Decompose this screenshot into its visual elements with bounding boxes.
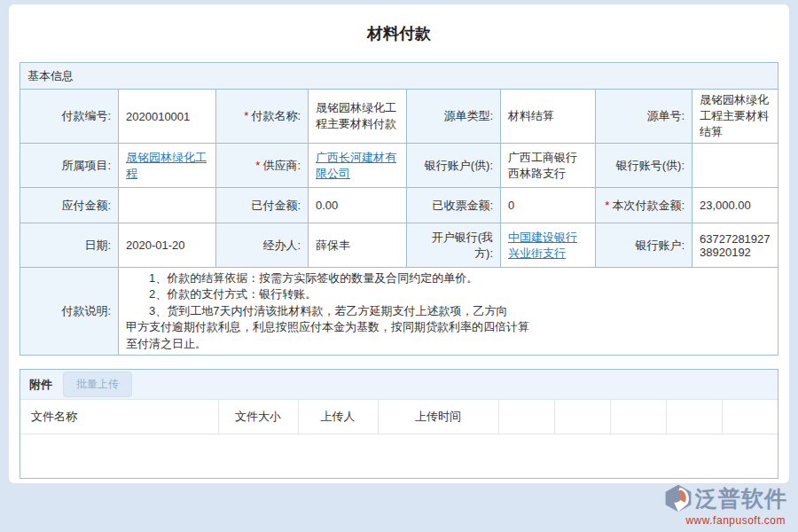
- our-bank-value: 中国建设银行兴业街支行: [501, 223, 596, 268]
- column-header-empty: [498, 400, 554, 434]
- required-marker: *: [255, 159, 260, 172]
- column-header-upload-time: 上传时间: [378, 400, 498, 434]
- column-header-file-name: 文件名称: [20, 400, 218, 434]
- invoiced-amount-label: 已收票金额:: [407, 188, 501, 223]
- table-row: 付款编号: 2020010001 *付款名称: 晟铭园林绿化工程主要材料付款 源…: [20, 90, 778, 144]
- source-doc-type-value: 材料结算: [501, 90, 596, 144]
- column-header-file-size: 文件大小: [218, 400, 298, 434]
- page-title: 材料付款: [9, 4, 789, 62]
- section-header-basic-info: 基本信息: [20, 63, 778, 90]
- paid-amount-label: 已付金额:: [216, 188, 309, 223]
- source-doc-no-value: 晟铭园林绿化工程主要材料结算: [692, 90, 778, 144]
- brand-website: www.fanpusoft.com: [685, 514, 786, 527]
- handler-label: 经办人:: [216, 223, 309, 268]
- column-header-empty: [610, 400, 666, 434]
- column-header-empty: [722, 400, 778, 434]
- payment-notes-value: 1、价款的结算依据：按需方实际签收的数量及合同约定的单价。 2、价款的支付方式：…: [119, 268, 778, 356]
- supplier-value: 广西长河建材有限公司: [309, 144, 407, 188]
- supplier-bank-name-label: 银行账户(供):: [407, 144, 501, 188]
- date-value: 2020-01-20: [119, 223, 216, 268]
- attachments-empty-list: [20, 434, 778, 478]
- payment-name-value: 晟铭园林绿化工程主要材料付款: [309, 90, 407, 144]
- current-payment-amount-label: *本次付款金额:: [596, 188, 692, 223]
- table-row: 日期: 2020-01-20 经办人: 薛保丰 开户银行(我方): 中国建设银行…: [20, 223, 778, 268]
- invoiced-amount-value: 0: [501, 188, 596, 223]
- attachments-table-header-row: 文件名称 文件大小 上传人 上传时间: [20, 400, 778, 434]
- supplier-bank-no-label: 银行账号(供):: [596, 144, 692, 188]
- our-bank-label: 开户银行(我方):: [407, 223, 501, 268]
- handler-value: 薛保丰: [309, 223, 407, 268]
- project-value: 晟铭园林绿化工程: [119, 144, 216, 188]
- supplier-bank-no-value: [692, 144, 778, 188]
- column-header-empty: [666, 400, 722, 434]
- table-row: 应付金额: 已付金额: 0.00 已收票金额: 0 *本次付款金额: 23,00…: [20, 188, 778, 223]
- supplier-link[interactable]: 广西长河建材有限公司: [316, 151, 396, 180]
- payment-name-label: *付款名称:: [216, 90, 309, 144]
- payable-amount-label: 应付金额:: [20, 188, 119, 223]
- project-label: 所属项目:: [20, 144, 119, 188]
- required-marker: *: [605, 199, 609, 212]
- column-header-empty: [554, 400, 610, 434]
- payment-no-label: 付款编号:: [20, 90, 119, 144]
- attachments-header: 附件 批量上传: [20, 370, 778, 400]
- payable-amount-value: [119, 188, 216, 223]
- source-doc-no-label: 源单号:: [596, 90, 692, 144]
- payment-notes-label: 付款说明:: [20, 268, 119, 356]
- source-doc-type-label: 源单类型:: [407, 90, 501, 144]
- brand-name: 泛普软件: [695, 488, 787, 510]
- attachments-title: 附件: [29, 377, 52, 393]
- supplier-label: *供应商:: [216, 144, 309, 188]
- payment-no-value: 2020010001: [119, 90, 216, 144]
- our-bank-link[interactable]: 中国建设银行兴业街支行: [508, 231, 577, 260]
- current-payment-amount-value: 23,000.00: [692, 188, 778, 223]
- column-header-uploader: 上传人: [298, 400, 378, 434]
- date-label: 日期:: [20, 223, 119, 268]
- bank-account-label: 银行账户:: [596, 223, 692, 268]
- table-row: 付款说明: 1、价款的结算依据：按需方实际签收的数量及合同约定的单价。 2、价款…: [20, 268, 778, 356]
- attachments-panel: 附件 批量上传 文件名称 文件大小 上传人 上传时间: [20, 369, 778, 479]
- project-link[interactable]: 晟铭园林绿化工程: [126, 151, 207, 180]
- paid-amount-value: 0.00: [309, 188, 407, 223]
- attachments-table: 文件名称 文件大小 上传人 上传时间: [20, 400, 778, 434]
- footer-logo: 泛普软件 www.fanpusoft.com: [664, 484, 787, 527]
- supplier-bank-name-value: 广西工商银行西林路支行: [501, 144, 596, 188]
- basic-info-table: 基本信息 付款编号: 2020010001 *付款名称: 晟铭园林绿化工程主要材…: [20, 62, 778, 356]
- table-row: 所属项目: 晟铭园林绿化工程 *供应商: 广西长河建材有限公司 银行账户(供):…: [20, 144, 778, 188]
- bank-account-value: 6372728192738920192: [692, 223, 778, 268]
- required-marker: *: [244, 109, 248, 122]
- batch-upload-button[interactable]: 批量上传: [63, 372, 132, 397]
- footer-logo-row: 泛普软件: [664, 484, 787, 512]
- content-panel: 材料付款 基本信息 付款编号: 2020010001 *付款名称: 晟铭园林绿化…: [9, 4, 789, 483]
- fanpu-logo-icon: [664, 484, 692, 512]
